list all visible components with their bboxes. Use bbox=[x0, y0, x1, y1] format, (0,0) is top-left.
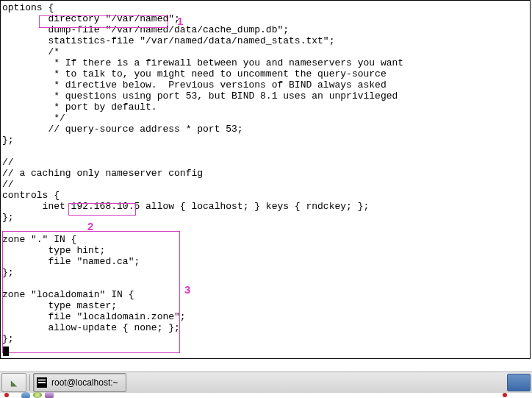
annotation-2: 2 bbox=[87, 220, 93, 232]
status-icon bbox=[503, 393, 507, 397]
text-cursor bbox=[3, 347, 9, 356]
taskbar-item-label: root@localhost:~ bbox=[51, 377, 118, 388]
terminal-viewport[interactable]: options { directory "/var/named"; dump-f… bbox=[0, 0, 531, 359]
start-button[interactable]: ◣ bbox=[1, 373, 26, 392]
partial-text bbox=[12, 392, 14, 398]
foot-icon: ◣ bbox=[11, 377, 17, 389]
system-tray[interactable] bbox=[507, 374, 531, 391]
config-file-text: options { directory "/var/named"; dump-f… bbox=[2, 2, 403, 344]
annotation-1: 1 bbox=[177, 15, 183, 27]
taskbar-item-terminal[interactable]: root@localhost:~ bbox=[33, 373, 126, 392]
terminal-icon bbox=[37, 377, 47, 388]
record-icon bbox=[4, 393, 9, 397]
browser-tab-strip bbox=[0, 392, 532, 398]
mini-icon-3 bbox=[45, 392, 54, 398]
taskbar: ◣ root@localhost:~ bbox=[0, 372, 532, 393]
mini-icon-2 bbox=[33, 392, 42, 398]
annotation-3: 3 bbox=[184, 283, 190, 296]
taskbar-divider bbox=[29, 374, 30, 391]
mini-icon-1 bbox=[21, 392, 30, 398]
